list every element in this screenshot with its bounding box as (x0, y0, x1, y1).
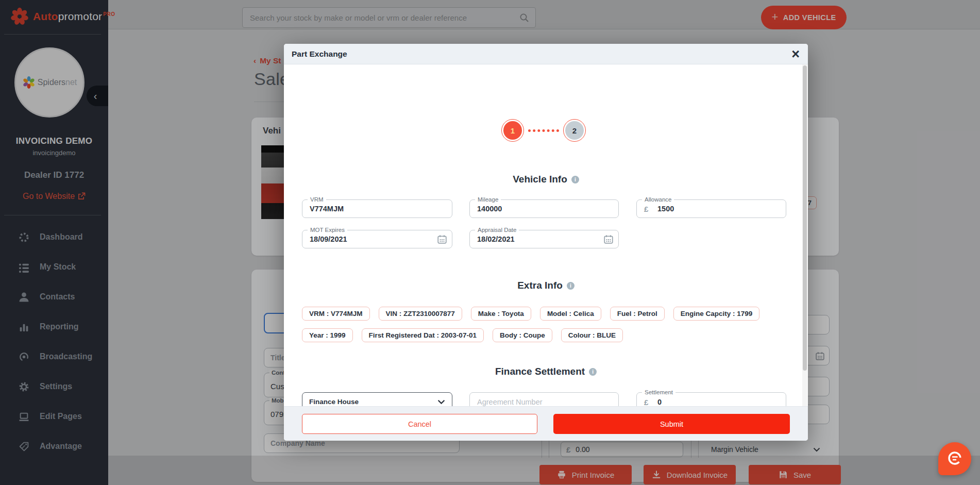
chip-year: Year : 1999 (302, 328, 353, 342)
chip-first-registered: First Registered Dat : 2003-07-01 (362, 328, 484, 342)
chip-model: Model : Celica (540, 307, 601, 321)
submit-button[interactable]: Submit (553, 414, 790, 434)
vrm-field: VRM (302, 199, 452, 218)
info-icon: i (571, 176, 579, 183)
chat-widget-button[interactable] (938, 442, 971, 475)
modal-title: Part Exchange (292, 49, 347, 59)
modal-header: Part Exchange × (284, 44, 808, 64)
vrm-input[interactable] (302, 200, 452, 218)
stepper-step-2[interactable]: 2 (563, 119, 586, 142)
info-icon: i (589, 368, 597, 376)
stepper-step-1[interactable]: 1 (501, 119, 524, 142)
modal-scrollbar[interactable] (802, 64, 807, 406)
mot-expires-field: MOT Expires (302, 230, 452, 248)
mileage-field: Mileage (469, 199, 619, 218)
mot-expires-input[interactable] (302, 230, 452, 248)
chip-colour: Colour : BLUE (561, 328, 623, 342)
app-window: AutopromotorPRO Spidersnet ‹ INVOICING D… (0, 0, 980, 485)
part-exchange-modal: Part Exchange × 1 2 Vehicle Infoi VRM Mi… (284, 44, 808, 441)
info-icon: i (567, 282, 575, 290)
vehicle-info-heading: Vehicle Infoi (284, 174, 808, 185)
close-icon[interactable]: × (791, 45, 800, 63)
calendar-icon[interactable] (603, 234, 614, 244)
appraisal-date-field: Appraisal Date (469, 230, 619, 248)
modal-footer: Cancel Submit (284, 406, 808, 441)
modal-body: 1 2 Vehicle Infoi VRM Mileage Allowance … (284, 64, 808, 406)
cancel-button[interactable]: Cancel (302, 414, 537, 434)
chip-fuel: Fuel : Petrol (610, 307, 665, 321)
chip-body: Body : Coupe (493, 328, 552, 342)
calendar-icon[interactable] (437, 234, 447, 244)
allowance-input[interactable] (637, 200, 786, 218)
mileage-input[interactable] (470, 200, 618, 218)
stepper-connector (528, 129, 559, 132)
chip-engine-capacity: Engine Capcity : 1799 (673, 307, 760, 321)
chip-vrm: VRM : V774MJM (302, 307, 370, 321)
appraisal-date-input[interactable] (470, 230, 618, 248)
chevron-down-icon (437, 399, 445, 405)
allowance-field: Allowance £ (636, 199, 786, 218)
chip-vin: VIN : ZZT2310007877 (379, 307, 462, 321)
scrollbar-thumb[interactable] (803, 65, 807, 371)
finance-settlement-heading: Finance Settlementi (284, 366, 808, 377)
extra-info-heading: Extra Infoi (284, 280, 808, 291)
extra-info-chips: VRM : V774MJM VIN : ZZT2310007877 Make :… (302, 307, 791, 342)
chip-make: Make : Toyota (471, 307, 531, 321)
chat-logo-icon (946, 450, 964, 467)
